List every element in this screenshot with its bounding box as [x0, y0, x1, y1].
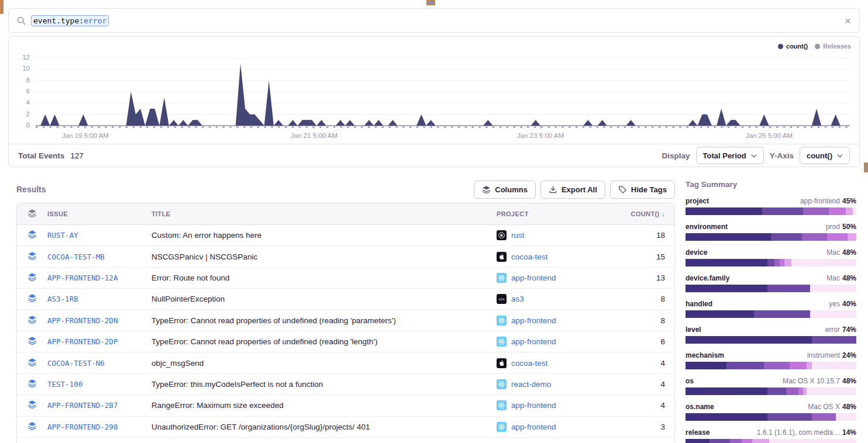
- button-label: Hide Tags: [631, 185, 667, 194]
- issue-stack-icon[interactable]: [27, 293, 37, 304]
- issue-stack-icon[interactable]: [27, 421, 37, 432]
- tag-top-value: yes: [829, 300, 840, 308]
- table-row[interactable]: COCOA-TEST-N6 objc_msgSend cocoa-test 4: [17, 352, 674, 373]
- area-chart[interactable]: [36, 51, 850, 130]
- tag-distribution-bar[interactable]: [686, 233, 856, 241]
- column-header-count[interactable]: COUNT() ↓: [621, 210, 674, 217]
- tag-summary-item: os Mac OS X 10.15.7 48%: [686, 377, 856, 395]
- y-tick-label: 2: [26, 110, 30, 117]
- issue-link[interactable]: APP-FRONTEND-298: [47, 423, 118, 431]
- table-row[interactable]: APP-FRONTEND-298 UnauthorizedError: GET …: [17, 417, 674, 438]
- table-row[interactable]: RUST-AY Custom: An error happens here Rr…: [17, 225, 674, 246]
- event-count: 13: [621, 274, 674, 282]
- tag-distribution-bar[interactable]: [686, 387, 856, 395]
- clear-search-icon[interactable]: ×: [845, 15, 851, 26]
- y-tick-label: 8: [26, 77, 30, 84]
- tag-top-value: prod: [826, 223, 840, 231]
- issue-link[interactable]: COCOA-TEST-N6: [47, 359, 105, 368]
- tag-distribution-bar[interactable]: [686, 439, 856, 443]
- project-cell: Rrust: [497, 230, 621, 240]
- search-query-token[interactable]: event.type:error: [31, 15, 109, 26]
- x-tick-label: Jan 19 5:00 AM: [62, 132, 109, 139]
- table-row[interactable]: APP-FRONTEND-2DN TypeError: Cannot read …: [17, 310, 674, 331]
- chart-legend[interactable]: count()Releases: [778, 43, 851, 50]
- issue-link[interactable]: APP-FRONTEND-2DN: [47, 316, 118, 325]
- table-row[interactable]: APP-FRONTEND-2B7 RangeError: Maximum siz…: [17, 395, 674, 416]
- project-link[interactable]: app-frontend: [511, 423, 556, 431]
- tag-distribution-bar[interactable]: [686, 336, 856, 344]
- table-row[interactable]: [17, 438, 674, 443]
- column-header-issue[interactable]: ISSUE: [47, 210, 151, 217]
- export-all-button[interactable]: Export All: [540, 181, 605, 199]
- search-bar[interactable]: event.type:error ×: [8, 8, 860, 33]
- tag-name: release: [686, 428, 709, 437]
- search-icon: [17, 16, 26, 25]
- tag-top-percent: 40%: [842, 300, 856, 308]
- tag-summary-title: Tag Summary: [686, 180, 856, 189]
- table-row[interactable]: COCOA-TEST-MB NSCGSPanicv | NSCGSPanic c…: [17, 246, 674, 267]
- issue-stack-icon[interactable]: [27, 315, 37, 326]
- issue-link[interactable]: COCOA-TEST-MB: [47, 252, 105, 261]
- project-link[interactable]: as3: [511, 295, 524, 303]
- project-link[interactable]: cocoa-test: [511, 359, 547, 368]
- hide-tags-button[interactable]: Hide Tags: [610, 181, 675, 199]
- chevron-down-icon: [837, 154, 843, 158]
- project-link[interactable]: app-frontend: [511, 274, 556, 282]
- display-dropdown-value: Total Period: [703, 151, 746, 160]
- issue-stack-icon[interactable]: [27, 251, 37, 262]
- project-cell: cocoa-test: [497, 252, 621, 262]
- project-link[interactable]: app-frontend: [511, 401, 556, 410]
- table-row[interactable]: APP-FRONTEND-2DP TypeError: Cannot read …: [17, 331, 674, 352]
- tag-distribution-bar[interactable]: [686, 310, 856, 318]
- issue-link[interactable]: TEST-100: [47, 380, 82, 389]
- yaxis-dropdown[interactable]: count(): [800, 147, 850, 164]
- issue-stack-icon[interactable]: [27, 336, 37, 347]
- issue-link[interactable]: APP-FRONTEND-12A: [47, 274, 118, 282]
- project-link[interactable]: app-frontend: [511, 316, 556, 325]
- project-link[interactable]: react-demo: [511, 380, 551, 389]
- tag-distribution-bar[interactable]: [686, 285, 856, 292]
- chart-area: count()Releases 024681012 Jan 19 5:00 AM…: [9, 37, 859, 145]
- column-header-project[interactable]: PROJECT: [497, 210, 621, 217]
- tag-summary-item: level error 74%: [686, 326, 856, 344]
- button-label: Export All: [562, 185, 597, 194]
- issue-title: Custom: An error happens here: [151, 231, 261, 240]
- columns-button[interactable]: Columns: [474, 181, 536, 199]
- issue-stack-icon[interactable]: [27, 230, 37, 241]
- tag-distribution-bar[interactable]: [686, 259, 856, 267]
- tag-name: os: [686, 377, 694, 385]
- tag-summary-item: release 1.6.1 (1.6.1), com.media… 14%: [686, 428, 856, 443]
- display-dropdown[interactable]: Total Period: [696, 147, 764, 164]
- tag-top-value: Mac OS X 10.15.7: [783, 377, 840, 385]
- project-link[interactable]: cocoa-test: [511, 252, 547, 261]
- edge-handle: [864, 162, 868, 172]
- issue-link[interactable]: RUST-AY: [47, 231, 78, 240]
- stack-icon: [27, 209, 37, 219]
- tag-distribution-bar[interactable]: [686, 207, 856, 215]
- issue-title: RangeError: Maximum size exceeded: [151, 401, 284, 410]
- issue-stack-icon[interactable]: [27, 272, 37, 283]
- yaxis-dropdown-value: count(): [807, 151, 832, 160]
- table-row[interactable]: TEST-100 TypeError: this.myCodeIsPerfect…: [17, 374, 674, 395]
- column-header-title[interactable]: TITLE: [151, 210, 497, 217]
- tag-distribution-bar[interactable]: [686, 413, 856, 421]
- event-count: 18: [621, 231, 674, 240]
- project-link[interactable]: rust: [511, 231, 525, 240]
- table-row[interactable]: AS3-1RB NullPointerException </>as3 8: [17, 289, 674, 310]
- tag-top-value: 1.6.1 (1.6.1), com.media…: [757, 428, 840, 437]
- table-row[interactable]: APP-FRONTEND-12A Error: Route not found …: [17, 268, 674, 289]
- issue-stack-icon[interactable]: [27, 400, 37, 411]
- project-link[interactable]: app-frontend: [511, 337, 556, 346]
- tag-name: handled: [686, 300, 712, 308]
- issue-link[interactable]: APP-FRONTEND-2B7: [47, 401, 118, 410]
- issue-stack-icon[interactable]: [27, 379, 37, 390]
- issue-link[interactable]: AS3-1RB: [47, 295, 78, 303]
- svg-text:R: R: [500, 233, 503, 237]
- tag-distribution-bar[interactable]: [686, 362, 856, 369]
- issue-link[interactable]: APP-FRONTEND-2DP: [47, 337, 118, 346]
- legend-item[interactable]: Releases: [815, 43, 851, 50]
- issue-title: objc_msgSend: [151, 359, 204, 368]
- tag-name: os.name: [686, 403, 714, 411]
- legend-item[interactable]: count(): [778, 43, 808, 50]
- issue-stack-icon[interactable]: [27, 358, 37, 369]
